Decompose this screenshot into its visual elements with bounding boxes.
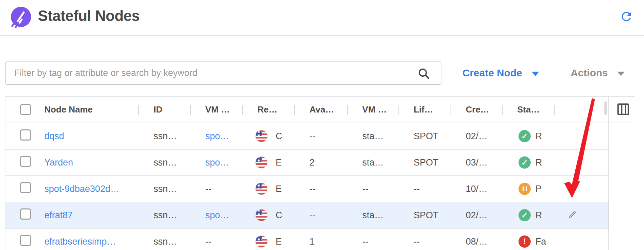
created-date: 10/… [451, 184, 502, 194]
table-row: dqsd ssn… spo… C -- sta… SPOT 02/… R [5, 123, 608, 150]
us-flag-icon [255, 183, 268, 195]
node-name-link[interactable]: spot-9dbae302d… [44, 184, 119, 194]
filter-box [5, 61, 441, 85]
search-icon[interactable] [417, 67, 431, 80]
node-id: ssn… [139, 157, 190, 168]
select-all-cell [5, 97, 38, 123]
create-node-button[interactable]: Create Node [462, 66, 539, 80]
vm-image-link[interactable]: spo… [205, 210, 229, 220]
node-name-link[interactable]: Yarden [44, 157, 73, 168]
region-text: E [276, 157, 282, 168]
page-header: Stateful Nodes [0, 0, 644, 36]
col-header-created[interactable]: Cre… [451, 97, 502, 123]
region-text: C [276, 131, 282, 142]
table-row: efratbseriesimp… ssn… -- E 1 -- -- 08/… … [5, 229, 608, 250]
vm-size: -- [347, 236, 399, 247]
chevron-down-icon [532, 72, 539, 76]
lifecycle: SPOT [399, 157, 451, 168]
availability-zone: -- [295, 210, 347, 221]
node-id: ssn… [139, 236, 190, 247]
lifecycle: -- [399, 184, 451, 194]
col-header-lifecycle[interactable]: Lif… [399, 97, 451, 123]
status-text: R [535, 157, 542, 168]
row-checkbox[interactable] [20, 129, 31, 141]
status-pause-icon [519, 183, 531, 195]
col-header-status[interactable]: Sta… [502, 97, 555, 123]
status-check-icon [519, 130, 531, 142]
col-header-node-name[interactable]: Node Name [38, 97, 139, 123]
availability-zone: 1 [295, 236, 347, 247]
row-checkbox[interactable] [20, 182, 31, 193]
created-date: 03/… [451, 157, 502, 168]
availability-zone: 2 [295, 157, 347, 168]
chevron-down-icon [617, 72, 625, 76]
actions-button[interactable]: Actions [571, 66, 625, 80]
status-error-icon [519, 235, 531, 248]
lifecycle: SPOT [399, 131, 451, 142]
actions-label: Actions [571, 67, 608, 79]
table-row-highlighted: efrat87 ssn… spo… C -- sta… SPOT 02/… R [5, 202, 608, 229]
node-name-link[interactable]: efrat87 [44, 210, 73, 220]
spot-logo-icon [9, 6, 31, 29]
select-all-checkbox[interactable] [20, 104, 31, 115]
vm-image: -- [190, 184, 243, 194]
node-name-link[interactable]: efratbseriesimp… [44, 236, 116, 247]
vm-image: -- [190, 236, 243, 247]
status-check-icon [519, 156, 531, 169]
table-row: Yarden ssn… spo… E 2 sta… SPOT 03/… R [5, 150, 608, 176]
status-text: R [535, 131, 542, 142]
col-header-actions [555, 97, 608, 123]
create-node-label: Create Node [462, 67, 522, 79]
col-header-vm-image[interactable]: VM … [190, 97, 243, 123]
col-header-availability[interactable]: Ava… [295, 97, 347, 123]
vm-size: -- [347, 184, 399, 194]
us-flag-icon [255, 235, 268, 248]
table-header-row: Node Name ID VM … Re… Ava… VM … Lif… Cre… [5, 97, 635, 123]
vm-image-link[interactable]: spo… [205, 157, 229, 168]
lifecycle: SPOT [399, 210, 451, 221]
lifecycle: -- [399, 236, 451, 247]
row-checkbox[interactable] [20, 208, 31, 220]
us-flag-icon [255, 156, 268, 169]
region-text: E [276, 236, 282, 247]
row-checkbox[interactable] [20, 156, 31, 167]
region-text: E [276, 184, 282, 194]
availability-zone: -- [295, 184, 347, 194]
vm-image-link[interactable]: spo… [205, 131, 229, 141]
region-text: C [276, 210, 282, 221]
us-flag-icon [255, 130, 268, 142]
stateful-nodes-table: Node Name ID VM … Re… Ava… VM … Lif… Cre… [5, 96, 635, 250]
col-header-id[interactable]: ID [139, 97, 190, 123]
created-date: 02/… [451, 131, 502, 142]
table-row: spot-9dbae302d… ssn… -- E -- -- -- 10/… … [5, 176, 608, 202]
node-id: ssn… [139, 184, 190, 194]
col-header-picker-spacer [608, 97, 635, 123]
node-id: ssn… [139, 131, 190, 142]
created-date: 08/… [451, 236, 502, 247]
col-header-vm-size[interactable]: VM … [347, 97, 399, 123]
vm-size: sta… [347, 157, 399, 168]
node-name-link[interactable]: dqsd [44, 131, 64, 141]
vm-size: sta… [347, 131, 399, 142]
row-checkbox[interactable] [20, 235, 31, 246]
edit-pencil-icon[interactable] [568, 209, 578, 219]
status-text: R [535, 210, 542, 221]
page-title: Stateful Nodes [38, 7, 140, 24]
status-text: P [535, 184, 542, 194]
vertical-scrollbar-thumb[interactable] [604, 101, 607, 115]
refresh-icon[interactable] [619, 9, 634, 24]
filter-input[interactable] [6, 62, 441, 84]
us-flag-icon [255, 209, 268, 221]
vm-size: sta… [347, 210, 399, 221]
status-text: Fa [535, 236, 546, 247]
node-id: ssn… [139, 210, 190, 221]
availability-zone: -- [295, 131, 347, 142]
created-date: 02/… [451, 210, 502, 221]
col-header-region[interactable]: Re… [243, 97, 295, 123]
status-check-icon [519, 209, 531, 221]
